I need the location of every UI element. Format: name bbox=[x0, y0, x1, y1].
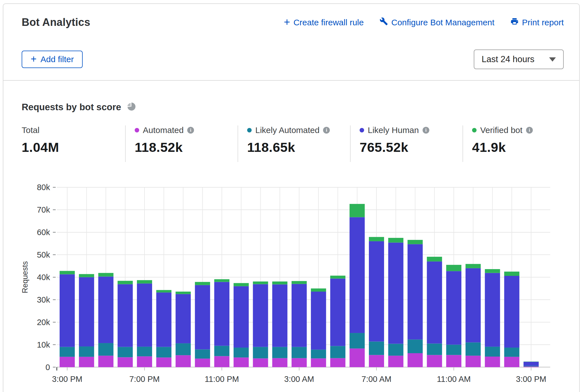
bot-analytics-card: Bot Analytics + Create firewall rule Con… bbox=[3, 3, 580, 392]
add-filter-label: Add filter bbox=[40, 55, 74, 64]
svg-text:0: 0 bbox=[46, 363, 50, 372]
chevron-down-icon bbox=[549, 57, 556, 62]
svg-text:60k: 60k bbox=[37, 228, 50, 237]
stat-automated-value: 118.52k bbox=[135, 139, 238, 155]
info-icon[interactable]: i bbox=[423, 127, 429, 134]
svg-text:3:00 PM: 3:00 PM bbox=[52, 375, 82, 384]
svg-text:10k: 10k bbox=[37, 340, 50, 349]
print-report-link[interactable]: Print report bbox=[510, 17, 564, 28]
print-report-label: Print report bbox=[522, 18, 564, 27]
stat-total-value: 1.04M bbox=[22, 139, 125, 155]
svg-text:11:00 PM: 11:00 PM bbox=[205, 375, 239, 384]
svg-text:11:00 AM: 11:00 AM bbox=[437, 375, 471, 384]
verified-bot-dot bbox=[472, 128, 477, 132]
stat-likely-automated-value: 118.65k bbox=[247, 139, 350, 155]
wrench-icon bbox=[380, 17, 388, 28]
plus-icon: + bbox=[31, 54, 37, 64]
stat-total: Total 1.04M bbox=[3, 125, 125, 162]
printer-icon bbox=[510, 17, 519, 28]
stat-verified-bot-label: Verified bot bbox=[480, 125, 522, 135]
info-icon[interactable]: i bbox=[526, 127, 533, 134]
section-title: Requests by bot score bbox=[22, 102, 121, 112]
svg-text:3:00 PM: 3:00 PM bbox=[516, 375, 546, 384]
svg-text:40k: 40k bbox=[37, 273, 50, 282]
automated-dot bbox=[135, 128, 139, 132]
svg-text:7:00 PM: 7:00 PM bbox=[129, 375, 160, 384]
info-icon[interactable]: i bbox=[187, 127, 194, 134]
header-actions: + Create firewall rule Configure Bot Man… bbox=[284, 17, 564, 28]
stat-likely-automated-label: Likely Automated bbox=[255, 125, 319, 135]
stat-verified-bot: Verified bot i 41.9k bbox=[463, 125, 579, 162]
header-divider bbox=[3, 80, 579, 81]
svg-text:Requests: Requests bbox=[21, 261, 29, 293]
stat-likely-automated: Likely Automated i 118.65k bbox=[238, 125, 350, 162]
configure-bot-management-label: Configure Bot Management bbox=[391, 18, 495, 27]
stat-automated-label: Automated bbox=[143, 125, 184, 135]
info-icon[interactable]: i bbox=[323, 127, 330, 134]
stat-verified-bot-value: 41.9k bbox=[472, 139, 579, 155]
time-range-select[interactable]: Last 24 hours bbox=[474, 49, 564, 69]
svg-text:7:00 AM: 7:00 AM bbox=[362, 375, 391, 384]
create-firewall-rule-label: Create firewall rule bbox=[294, 18, 364, 27]
stat-automated: Automated i 118.52k bbox=[125, 125, 238, 162]
stat-total-label: Total bbox=[22, 125, 39, 135]
likely-human-dot bbox=[360, 128, 364, 132]
stat-likely-human-value: 765.52k bbox=[360, 139, 463, 155]
configure-bot-management-link[interactable]: Configure Bot Management bbox=[380, 17, 495, 28]
pie-chart-icon bbox=[126, 102, 136, 112]
plus-icon: + bbox=[284, 17, 290, 27]
likely-automated-dot bbox=[247, 128, 252, 132]
svg-text:Time (local): Time (local) bbox=[284, 391, 323, 392]
page-title: Bot Analytics bbox=[22, 16, 90, 28]
stat-likely-human: Likely Human i 765.52k bbox=[350, 125, 463, 162]
stats-row: Total 1.04M Automated i 118.52k Likely A… bbox=[3, 125, 579, 162]
time-range-value: Last 24 hours bbox=[482, 54, 534, 64]
create-firewall-rule-link[interactable]: + Create firewall rule bbox=[284, 18, 364, 27]
header: Bot Analytics + Create firewall rule Con… bbox=[22, 16, 564, 28]
svg-text:50k: 50k bbox=[37, 250, 50, 259]
svg-text:70k: 70k bbox=[37, 205, 50, 214]
section-header: Requests by bot score bbox=[22, 102, 136, 112]
svg-text:20k: 20k bbox=[37, 318, 50, 327]
svg-text:3:00 AM: 3:00 AM bbox=[284, 375, 314, 384]
svg-text:80k: 80k bbox=[37, 183, 50, 192]
add-filter-button[interactable]: + Add filter bbox=[22, 51, 83, 68]
requests-by-bot-score-chart: 010k20k30k40k50k60k70k80k3:00 PM7:00 PM1… bbox=[3, 178, 579, 392]
stacked-bar-chart[interactable]: 010k20k30k40k50k60k70k80k3:00 PM7:00 PM1… bbox=[3, 178, 579, 392]
svg-text:30k: 30k bbox=[37, 295, 50, 304]
stat-likely-human-label: Likely Human bbox=[368, 125, 419, 135]
